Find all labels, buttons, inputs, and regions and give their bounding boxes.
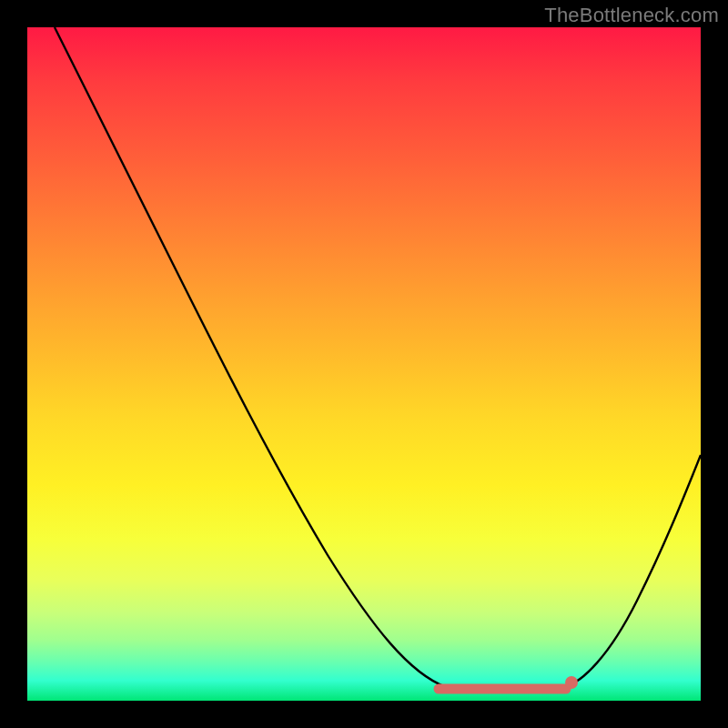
chart-frame: TheBottleneck.com: [0, 0, 728, 728]
bottleneck-curve: [55, 27, 701, 687]
attribution-text: TheBottleneck.com: [544, 4, 719, 27]
chart-plot-area: [27, 27, 701, 701]
curve-marker: [565, 676, 578, 689]
chart-svg: [27, 27, 701, 701]
